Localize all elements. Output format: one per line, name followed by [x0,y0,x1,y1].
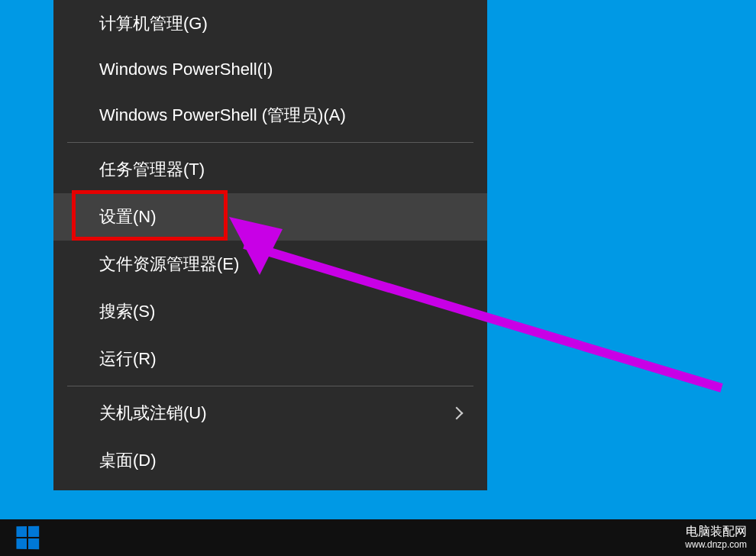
taskbar [0,519,756,556]
chevron-right-icon [451,407,464,420]
menu-item-computer-management[interactable]: 计算机管理(G) [53,0,487,47]
watermark-text-cn: 电脑装配网 [685,524,747,540]
menu-item-label: Windows PowerShell (管理员)(A) [99,104,346,127]
menu-item-search[interactable]: 搜索(S) [53,288,487,335]
menu-item-label: 计算机管理(G) [99,12,208,35]
menu-item-file-explorer[interactable]: 文件资源管理器(E) [53,241,487,288]
menu-item-label: 运行(R) [99,348,157,370]
start-button[interactable] [0,519,55,556]
menu-item-run[interactable]: 运行(R) [53,335,487,383]
menu-item-powershell[interactable]: Windows PowerShell(I) [53,47,487,92]
menu-item-settings[interactable]: 设置(N) [53,193,487,241]
menu-item-label: 桌面(D) [99,449,157,472]
menu-item-label: 搜索(S) [99,300,155,323]
menu-item-label: Windows PowerShell(I) [99,60,273,79]
menu-item-shutdown-signout[interactable]: 关机或注销(U) [53,390,487,437]
menu-separator [67,386,473,386]
menu-item-desktop[interactable]: 桌面(D) [53,437,487,484]
menu-item-label: 关机或注销(U) [99,402,207,425]
menu-item-powershell-admin[interactable]: Windows PowerShell (管理员)(A) [53,92,487,139]
menu-item-label: 文件资源管理器(E) [99,253,239,276]
windows-logo-icon [16,526,39,550]
menu-item-task-manager[interactable]: 任务管理器(T) [53,146,487,193]
desktop-background: 计算机管理(G) Windows PowerShell(I) Windows P… [0,0,756,519]
watermark-text-en: www.dnzp.com [685,539,747,551]
watermark: 电脑装配网 www.dnzp.com [685,524,747,551]
menu-item-label: 任务管理器(T) [99,158,205,181]
menu-item-label: 设置(N) [99,205,157,228]
menu-separator [67,142,473,143]
winx-context-menu: 计算机管理(G) Windows PowerShell(I) Windows P… [53,0,487,490]
